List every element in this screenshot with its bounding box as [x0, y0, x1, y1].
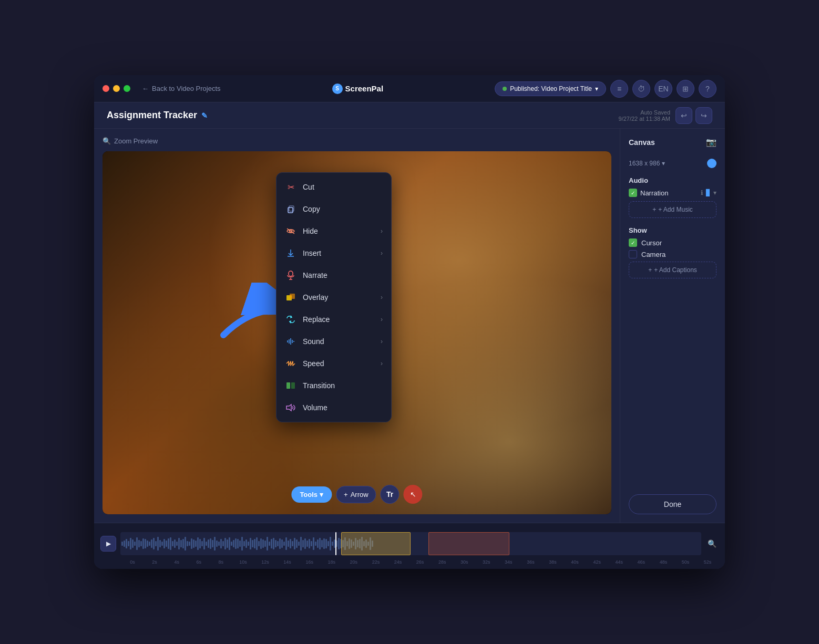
screenshot-button[interactable]: 📷 [706, 137, 716, 147]
narration-checkbox[interactable]: ✓ [629, 189, 637, 197]
narration-chevron-icon[interactable]: ▾ [713, 189, 716, 196]
sub-header-right: Auto Saved 9/27/22 at 11:38 AM ↩ ↪ [619, 107, 712, 124]
svg-marker-19 [286, 404, 291, 411]
clock-icon-button[interactable]: ⏱ [632, 80, 650, 98]
menu-item-insert[interactable]: Insert › [277, 242, 391, 264]
audio-section: Audio ✓ Narration ℹ ▊ ▾ + + Add Music [629, 176, 716, 218]
published-button[interactable]: Published: Video Project Title ▾ [495, 81, 606, 96]
auto-saved-label: Auto Saved [619, 109, 670, 116]
canvas-header: Canvas 📷 [629, 137, 716, 147]
canvas-size-chevron: ▾ [662, 160, 665, 167]
time-label: 28s [431, 559, 453, 565]
text-tool-button[interactable]: Tr [381, 485, 400, 504]
edit-project-title-icon[interactable]: ✎ [201, 111, 208, 120]
canvas-color-picker[interactable] [707, 159, 716, 168]
narration-volume-icon[interactable]: ▊ [706, 189, 711, 196]
time-label: 44s [608, 559, 630, 565]
help-icon-button[interactable]: ? [699, 80, 716, 98]
sub-header: Assignment Tracker ✎ Auto Saved 9/27/22 … [94, 102, 725, 129]
done-label: Done [664, 500, 681, 508]
menu-item-volume-label: Volume [303, 403, 327, 412]
copy-icon [285, 203, 296, 215]
menu-item-sound-label: Sound [303, 337, 324, 346]
menu-item-transition[interactable]: Transition [277, 375, 391, 397]
close-button[interactable] [103, 85, 109, 92]
narrate-icon [285, 269, 296, 281]
time-label: 50s [674, 559, 697, 565]
hide-icon [285, 225, 296, 237]
list-icon-button[interactable]: ≡ [610, 80, 628, 98]
timeline-time-ruler: 0s2s4s6s8s10s12s14s16s18s20s22s24s26s28s… [94, 559, 725, 565]
back-to-projects-button[interactable]: ← Back to Video Projects [142, 85, 221, 92]
bottom-toolbar: Tools ▾ + Arrow Tr ↖ [291, 481, 422, 508]
cursor-tool-button[interactable]: ↖ [404, 485, 423, 504]
add-captions-button[interactable]: + + Add Captions [629, 262, 716, 278]
cursor-checkbox[interactable]: ✓ [629, 238, 637, 247]
menu-item-hide[interactable]: Hide › [277, 220, 391, 242]
sound-icon [285, 336, 296, 347]
maximize-button[interactable] [124, 85, 130, 92]
layers-icon-button[interactable]: ⊞ [677, 80, 694, 98]
minimize-button[interactable] [113, 85, 120, 92]
arrow-tool-button[interactable]: + Arrow [336, 486, 376, 503]
timeline-segment-1[interactable] [341, 532, 411, 555]
narration-info-icon[interactable]: ℹ [701, 189, 703, 196]
project-title-area: Assignment Tracker ✎ [107, 110, 208, 121]
insert-icon [285, 247, 296, 259]
app-name: ScreenPal [345, 84, 384, 93]
screenpal-logo: S ScreenPal [332, 84, 384, 94]
timeline-waveform [120, 532, 701, 555]
menu-item-speed[interactable]: Speed › [277, 352, 391, 375]
play-button[interactable]: ▶ [100, 536, 116, 552]
timeline-controls: ▶ 🔍 [94, 527, 725, 559]
canvas-size-selector[interactable]: 1638 x 986 ▾ [629, 160, 665, 167]
menu-item-transition-label: Transition [303, 381, 335, 390]
timeline-playhead[interactable] [335, 532, 336, 555]
time-label: 32s [475, 559, 497, 565]
cursor-show-row: ✓ Cursor [629, 238, 716, 247]
camera-show-row: Camera [629, 250, 716, 258]
tools-label: Tools [300, 491, 318, 498]
menu-item-copy-label: Copy [303, 205, 320, 213]
timeline-search-button[interactable]: 🔍 [705, 537, 719, 550]
time-label: 0s [121, 559, 144, 565]
add-music-icon: + [652, 206, 656, 213]
menu-item-replace[interactable]: Replace › [277, 308, 391, 330]
traffic-lights [103, 85, 130, 92]
canvas-area: 🔍 Zoom Preview [94, 129, 620, 523]
overlay-icon [285, 292, 296, 303]
project-title-text: Assignment Tracker [107, 110, 197, 121]
tools-button[interactable]: Tools ▾ [291, 486, 332, 503]
time-label: 24s [387, 559, 409, 565]
time-label: 38s [541, 559, 564, 565]
menu-item-insert-label: Insert [303, 249, 321, 257]
show-section-title: Show [629, 226, 716, 234]
redo-button[interactable]: ↪ [695, 107, 712, 124]
cursor-tool-icon: ↖ [410, 490, 416, 498]
timeline-track[interactable] [120, 532, 701, 555]
zoom-preview-button[interactable]: 🔍 Zoom Preview [103, 137, 158, 145]
narration-icons: ℹ ▊ ▾ [701, 189, 716, 196]
narration-row: ✓ Narration ℹ ▊ ▾ [629, 189, 716, 197]
menu-item-volume[interactable]: Volume [277, 397, 391, 419]
zoom-preview-label: Zoom Preview [114, 137, 158, 145]
undo-button[interactable]: ↩ [675, 107, 692, 124]
timeline-segment-2[interactable] [428, 532, 510, 555]
menu-item-sound[interactable]: Sound › [277, 330, 391, 352]
context-menu: ✂ Cut Copy [276, 172, 392, 422]
add-music-button[interactable]: + + Add Music [629, 201, 716, 218]
done-button[interactable]: Done [629, 494, 716, 514]
menu-item-narrate[interactable]: Narrate [277, 264, 391, 286]
published-chevron-icon: ▾ [595, 85, 598, 92]
replace-submenu-arrow: › [381, 316, 383, 323]
undo-redo-group: ↩ ↪ [675, 107, 712, 124]
camera-checkbox[interactable] [629, 250, 637, 258]
svg-rect-11 [290, 294, 295, 299]
add-captions-label: + Add Captions [654, 266, 697, 274]
menu-item-cut[interactable]: ✂ Cut [277, 176, 391, 198]
time-label: 16s [299, 559, 321, 565]
menu-item-copy[interactable]: Copy [277, 198, 391, 220]
menu-item-overlay[interactable]: Overlay › [277, 286, 391, 308]
language-button[interactable]: EN [654, 80, 672, 98]
video-container[interactable]: ✂ Cut Copy [103, 151, 611, 514]
